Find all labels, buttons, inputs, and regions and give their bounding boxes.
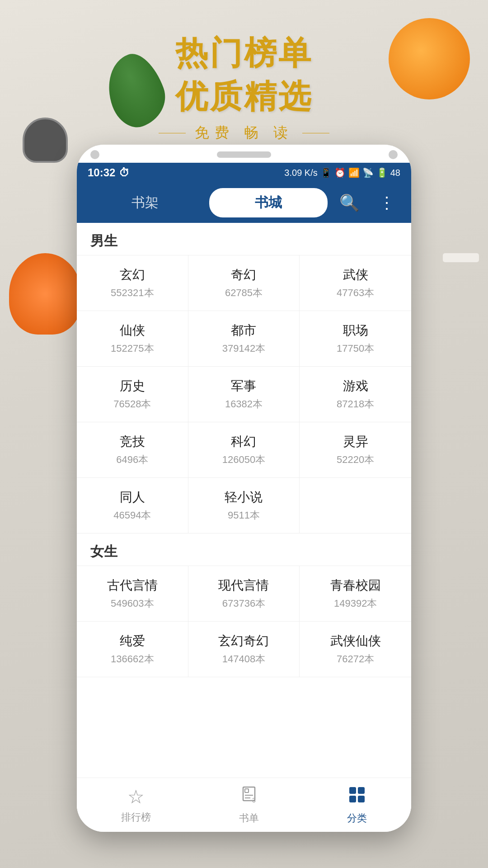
svg-rect-5 xyxy=(349,787,356,794)
category-xuanhuanqihuan[interactable]: 玄幻奇幻 147408本 xyxy=(188,622,300,677)
category-name: 游戏 xyxy=(309,377,402,395)
bottom-nav-booklist[interactable]: 3 书单 xyxy=(239,785,259,825)
category-count: 6496本 xyxy=(86,453,179,467)
category-count: 152275本 xyxy=(86,342,179,355)
category-qingchunxiaoyuan[interactable]: 青春校园 149392本 xyxy=(300,566,411,622)
hero-subtitle: 免费 畅 读 xyxy=(0,123,488,143)
category-name: 竞技 xyxy=(86,433,179,450)
category-chunai[interactable]: 纯爱 136662本 xyxy=(77,622,188,677)
category-xuanhuan[interactable]: 玄幻 552321本 xyxy=(77,255,188,311)
category-name: 历史 xyxy=(86,377,179,395)
ranking-icon: ☆ xyxy=(127,786,145,808)
category-lishi[interactable]: 历史 76528本 xyxy=(77,367,188,422)
category-count: 62785本 xyxy=(197,286,291,300)
category-wuxiaxianxia[interactable]: 武侠仙侠 76272本 xyxy=(300,622,411,677)
svg-rect-1 xyxy=(245,789,249,793)
section-header-male: 男生 xyxy=(77,223,411,255)
bottom-nav-category[interactable]: 分类 xyxy=(347,785,367,825)
category-empty xyxy=(300,478,411,533)
wifi-icon: 📶 xyxy=(348,167,360,178)
category-name: 武侠 xyxy=(309,266,402,283)
category-count: 52220本 xyxy=(309,453,402,467)
category-name: 玄幻 xyxy=(86,266,179,283)
front-camera-left xyxy=(90,150,99,159)
category-name: 灵异 xyxy=(309,433,402,450)
deco-plate xyxy=(443,253,479,262)
front-camera-right xyxy=(389,150,398,159)
category-count: 47763本 xyxy=(309,286,402,300)
category-count: 17750本 xyxy=(309,342,402,355)
hero-section: 热门榜单 优质精选 免费 畅 读 xyxy=(0,32,488,143)
more-icon[interactable]: ⋮ xyxy=(371,190,402,216)
status-bar: 10:32 ⏱ 3.09 K/s 📱 ⏰ 📶 📡 🔋 48 xyxy=(77,163,411,183)
booklist-icon: 3 xyxy=(239,785,258,809)
category-count: 136662本 xyxy=(86,652,179,666)
category-name: 青春校园 xyxy=(309,577,402,594)
category-qingxiaoshuo[interactable]: 轻小说 9511本 xyxy=(188,478,300,533)
svg-rect-6 xyxy=(358,787,365,794)
category-xiandaiyanqing[interactable]: 现代言情 673736本 xyxy=(188,566,300,622)
alarm-icon: ⏰ xyxy=(334,167,346,178)
category-xianxia[interactable]: 仙侠 152275本 xyxy=(77,311,188,367)
category-name: 纯爱 xyxy=(86,632,179,650)
phone-top-hardware xyxy=(77,145,411,163)
male-category-grid: 玄幻 552321本 奇幻 62785本 武侠 47763本 仙侠 152275… xyxy=(77,255,411,533)
category-name: 科幻 xyxy=(197,433,291,450)
category-count: 87218本 xyxy=(309,397,402,411)
nav-bar: 书架 书城 🔍 ⋮ xyxy=(77,183,411,223)
category-count: 549603本 xyxy=(86,597,179,610)
search-icon[interactable]: 🔍 xyxy=(332,190,367,216)
category-gudaiyanqing[interactable]: 古代言情 549603本 xyxy=(77,566,188,622)
tab-bookshelf[interactable]: 书架 xyxy=(86,188,205,217)
tab-bookstore[interactable]: 书城 xyxy=(209,188,328,217)
clock-icon: ⏱ xyxy=(119,166,130,179)
category-count: 379142本 xyxy=(197,342,291,355)
content-area: 男生 玄幻 552321本 奇幻 62785本 武侠 47763本 仙侠 152… xyxy=(77,223,411,820)
category-wuxia[interactable]: 武侠 47763本 xyxy=(300,255,411,311)
battery-level: 48 xyxy=(390,168,400,178)
deco-rose xyxy=(9,253,81,335)
category-count: 149392本 xyxy=(309,597,402,610)
category-name: 奇幻 xyxy=(197,266,291,283)
signal-icon: 📡 xyxy=(362,167,374,178)
hero-title-2: 优质精选 xyxy=(0,75,488,118)
category-youxi[interactable]: 游戏 87218本 xyxy=(300,367,411,422)
category-label: 分类 xyxy=(347,811,367,825)
status-right-icons: 3.09 K/s 📱 ⏰ 📶 📡 🔋 48 xyxy=(284,167,400,178)
ranking-label: 排行榜 xyxy=(121,811,151,824)
category-tongren[interactable]: 同人 46594本 xyxy=(77,478,188,533)
category-count: 76272本 xyxy=(309,652,402,666)
hero-title-1: 热门榜单 xyxy=(0,32,488,75)
category-name: 轻小说 xyxy=(197,489,291,506)
category-count: 673736本 xyxy=(197,597,291,610)
category-dushi[interactable]: 都市 379142本 xyxy=(188,311,300,367)
category-junshi[interactable]: 军事 16382本 xyxy=(188,367,300,422)
category-name: 现代言情 xyxy=(197,577,291,594)
category-name: 古代言情 xyxy=(86,577,179,594)
category-count: 16382本 xyxy=(197,397,291,411)
category-name: 武侠仙侠 xyxy=(309,632,402,650)
category-jingji[interactable]: 竞技 6496本 xyxy=(77,422,188,478)
data-speed: 3.09 K/s xyxy=(284,168,317,178)
female-category-grid: 古代言情 549603本 现代言情 673736本 青春校园 149392本 纯… xyxy=(77,566,411,677)
category-qihuan[interactable]: 奇幻 62785本 xyxy=(188,255,300,311)
category-name: 仙侠 xyxy=(86,322,179,339)
phone-frame: 10:32 ⏱ 3.09 K/s 📱 ⏰ 📶 📡 🔋 48 书架 书城 🔍 ⋮ … xyxy=(77,145,411,832)
category-count: 9511本 xyxy=(197,509,291,522)
category-name: 军事 xyxy=(197,377,291,395)
category-lingyi[interactable]: 灵异 52220本 xyxy=(300,422,411,478)
category-count: 76528本 xyxy=(86,397,179,411)
category-count: 126050本 xyxy=(197,453,291,467)
category-name: 都市 xyxy=(197,322,291,339)
category-zhichang[interactable]: 职场 17750本 xyxy=(300,311,411,367)
bottom-nav: ☆ 排行榜 3 书单 xyxy=(77,778,411,832)
svg-text:3: 3 xyxy=(252,797,256,804)
category-kehuan[interactable]: 科幻 126050本 xyxy=(188,422,300,478)
category-icon xyxy=(347,785,366,809)
sim-icon: 📱 xyxy=(320,167,332,178)
category-count: 552321本 xyxy=(86,286,179,300)
battery-icon: 🔋 xyxy=(376,167,388,178)
bottom-nav-ranking[interactable]: ☆ 排行榜 xyxy=(121,786,151,824)
svg-rect-7 xyxy=(349,796,356,802)
category-name: 玄幻奇幻 xyxy=(197,632,291,650)
